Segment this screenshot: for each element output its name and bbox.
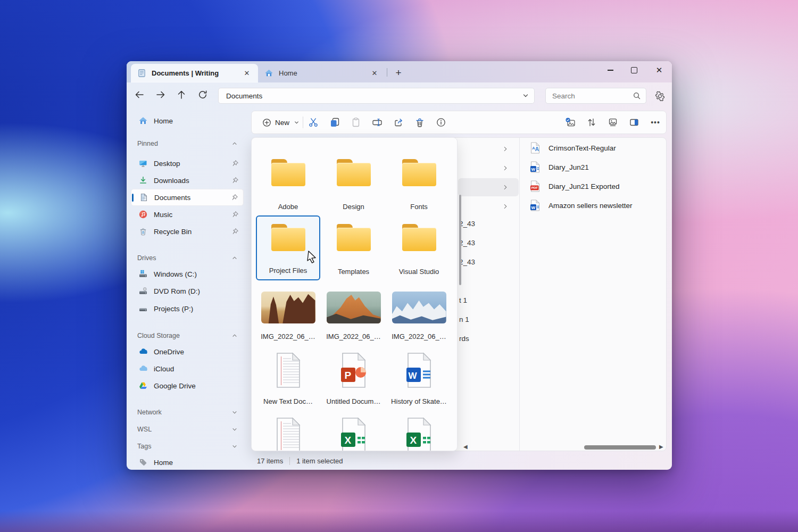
sort-button[interactable]: [582, 114, 601, 131]
refresh-button[interactable]: [194, 86, 211, 103]
pin-icon[interactable]: [231, 160, 239, 168]
sidebar-item-windows-c[interactable]: Windows (C:): [131, 265, 244, 282]
address-bar[interactable]: Documents: [218, 88, 535, 104]
new-tab-button[interactable]: +: [391, 66, 406, 80]
view-button[interactable]: [603, 114, 622, 131]
image-tile[interactable]: IMG_2022_06_…: [387, 280, 451, 345]
paste-button[interactable]: [346, 114, 365, 131]
new-button[interactable]: New: [257, 114, 305, 130]
sidebar-item-tag-home[interactable]: Home: [131, 454, 244, 470]
sidebar-item-music[interactable]: Music: [131, 206, 244, 223]
chevron-down-icon[interactable]: [231, 426, 238, 433]
chevron-down-icon[interactable]: [521, 92, 530, 100]
tab-close-icon[interactable]: ✕: [241, 68, 253, 79]
folder-tile-project-files-selected[interactable]: Project Files: [256, 215, 320, 280]
sidebar-item-recycle-bin[interactable]: Recycle Bin: [131, 223, 244, 240]
file-row-crimsontext[interactable]: AA CrimsonText-Regular: [521, 139, 664, 157]
column-folder-row[interactable]: [458, 197, 519, 215]
sidebar-section-pinned[interactable]: Pinned: [131, 136, 244, 151]
column-item-label[interactable]: 2_43: [459, 258, 475, 269]
column-folder-row[interactable]: [458, 159, 519, 177]
sidebar-item-icloud[interactable]: iCloud: [131, 360, 244, 377]
sidebar-item-dvd-d[interactable]: DVD Rom (D:): [131, 282, 244, 300]
select-button[interactable]: [561, 114, 580, 131]
document-tile-word[interactable]: W History of Skate…: [387, 345, 451, 410]
document-tile-powerpoint[interactable]: P Untitled Docum…: [321, 345, 386, 410]
folder-tile-visual-studio[interactable]: Visual Studio: [387, 215, 451, 280]
delete-button[interactable]: [410, 114, 429, 131]
file-row-diary-exported[interactable]: PDF Diary_Jun21 Exported: [521, 177, 664, 195]
horizontal-scrollbar-thumb[interactable]: [584, 445, 656, 450]
sidebar-item-projects-p[interactable]: Projects (P:): [131, 300, 244, 317]
share-button[interactable]: [389, 114, 408, 131]
file-row-amazon-newsletter[interactable]: W Amazon sellers newsletter: [521, 196, 664, 214]
sidebar-item-documents[interactable]: Documents: [131, 189, 244, 206]
pin-icon[interactable]: [231, 228, 239, 236]
column-folder-row-selected[interactable]: [458, 178, 519, 196]
sidebar-section-wsl[interactable]: WSL: [131, 422, 244, 437]
sidebar-label: Projects (P:): [154, 305, 193, 313]
minimize-button[interactable]: [598, 61, 622, 79]
scroll-right-arrow[interactable]: ▶: [659, 444, 663, 450]
pin-icon[interactable]: [230, 194, 238, 202]
sidebar-section-network[interactable]: Network: [131, 405, 244, 420]
document-tile-excel[interactable]: X: [387, 410, 451, 451]
cut-button[interactable]: [304, 114, 323, 131]
pin-icon[interactable]: [231, 177, 239, 185]
folder-tile-templates[interactable]: Templates: [321, 215, 386, 280]
column-folder-row[interactable]: [458, 140, 519, 158]
column-item-label[interactable]: 2_43: [459, 220, 475, 230]
sidebar-item-downloads[interactable]: Downloads: [131, 172, 244, 189]
column-item-label[interactable]: rds: [459, 335, 469, 345]
image-tile[interactable]: IMG_2022_06_…: [256, 280, 320, 345]
sidebar-item-desktop[interactable]: Desktop: [131, 155, 244, 172]
selection-accent-bar: [132, 194, 134, 202]
sidebar-section-cloud-storage[interactable]: Cloud Storage: [131, 328, 244, 343]
copy-button[interactable]: [325, 114, 344, 131]
file-name: Amazon sellers newsletter: [548, 202, 633, 210]
chevron-down-icon[interactable]: [231, 409, 238, 416]
column-item-label[interactable]: 2_43: [459, 239, 475, 250]
tab-documents-writing[interactable]: Documents | Writing ✕: [131, 64, 258, 82]
folder-tile-design[interactable]: Design: [321, 151, 386, 215]
tab-home[interactable]: Home ✕: [258, 64, 386, 82]
settings-button[interactable]: [651, 87, 668, 104]
sidebar-section-drives[interactable]: Drives: [131, 251, 244, 265]
info-icon: [436, 117, 446, 128]
folder-tile-fonts[interactable]: Fonts: [387, 151, 451, 215]
sidebar-item-onedrive[interactable]: OneDrive: [131, 343, 244, 360]
forward-button[interactable]: [152, 86, 169, 103]
back-button[interactable]: [131, 86, 148, 103]
scroll-left-arrow[interactable]: ◀: [463, 444, 468, 450]
rename-button[interactable]: [368, 114, 387, 131]
folder-tile-adobe[interactable]: Adobe: [256, 151, 320, 215]
tab-close-icon[interactable]: ✕: [369, 68, 380, 79]
sidebar-item-google-drive[interactable]: Google Drive: [131, 377, 244, 394]
maximize-button[interactable]: [622, 61, 646, 79]
address-path: Documents: [226, 92, 262, 100]
chevron-up-icon[interactable]: [231, 140, 238, 147]
drive-icon: [138, 304, 148, 313]
sidebar-section-tags[interactable]: Tags: [131, 439, 244, 454]
close-button[interactable]: ✕: [647, 61, 671, 79]
file-row-diary[interactable]: W Diary_Jun21: [521, 158, 664, 176]
more-options-button[interactable]: •••: [646, 114, 665, 131]
preview-pane-button[interactable]: [625, 114, 644, 131]
toolbar-divider: [303, 117, 303, 128]
sidebar-item-home[interactable]: Home: [131, 112, 244, 129]
document-tile-text[interactable]: New Text Doc…: [256, 345, 320, 410]
properties-button[interactable]: [431, 114, 451, 131]
chevron-up-icon[interactable]: [231, 254, 238, 262]
column-item-label[interactable]: n 1: [459, 315, 469, 326]
pin-icon[interactable]: [231, 211, 239, 219]
image-tile[interactable]: IMG_2022_06_…: [321, 280, 386, 345]
column-item-label[interactable]: t 1: [459, 296, 467, 307]
chevron-up-icon[interactable]: [231, 332, 238, 339]
search-input[interactable]: Search: [545, 88, 646, 104]
document-tile-excel[interactable]: X: [321, 410, 386, 451]
column-scrollbar[interactable]: [459, 195, 461, 285]
up-button[interactable]: [173, 86, 190, 103]
file-name: CrimsonText-Regular: [548, 144, 616, 152]
document-tile-text[interactable]: [256, 410, 320, 451]
chevron-down-icon[interactable]: [231, 443, 238, 450]
